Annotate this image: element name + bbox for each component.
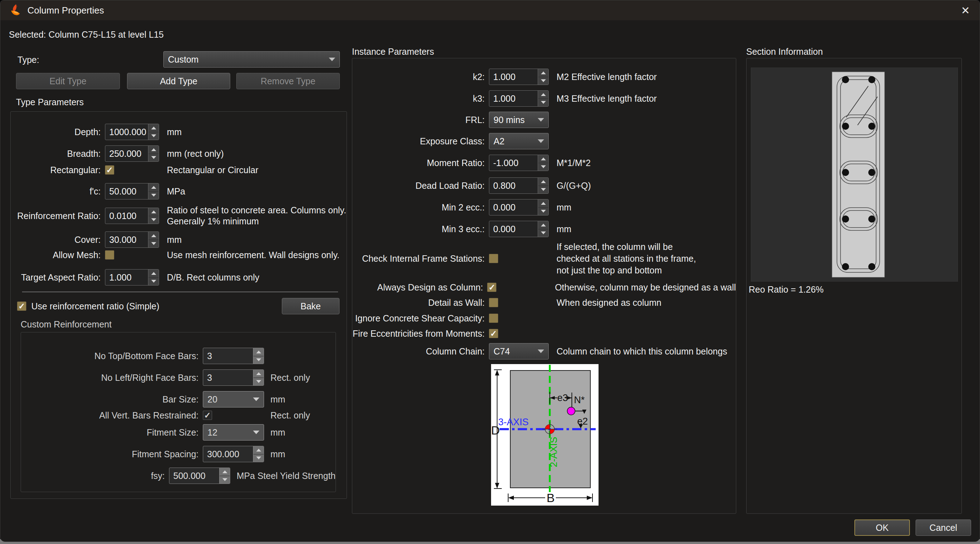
- close-icon[interactable]: ✕: [956, 3, 975, 18]
- spin-up-icon[interactable]: [253, 348, 264, 356]
- allow-mesh-checkbox[interactable]: [105, 250, 114, 260]
- spin-down-icon[interactable]: [538, 77, 548, 85]
- param-row-fire-ecc: Fire Eccentricities from Moments:: [352, 329, 736, 338]
- spin-down-icon[interactable]: [148, 192, 159, 200]
- fitment-size-dropdown[interactable]: 12: [203, 424, 264, 441]
- reinforcement-ratio-spinner[interactable]: [148, 208, 159, 224]
- min-3-ecc-spinner[interactable]: [538, 221, 548, 237]
- spin-down-icon[interactable]: [538, 99, 548, 107]
- spin-up-icon[interactable]: [148, 208, 159, 216]
- spin-down-icon[interactable]: [148, 240, 159, 248]
- fc-input[interactable]: 50.000: [105, 183, 159, 200]
- reinforcement-ratio-input[interactable]: 0.0100: [105, 208, 159, 224]
- spin-up-icon[interactable]: [253, 446, 264, 454]
- fsy-spinner[interactable]: [219, 468, 230, 484]
- spin-up-icon[interactable]: [253, 370, 264, 378]
- fc-spinner[interactable]: [148, 184, 159, 199]
- titlebar[interactable]: Column Properties ✕: [0, 0, 980, 20]
- dead-load-ratio-input[interactable]: 0.800: [489, 178, 549, 194]
- breadth-dim-label: B: [547, 491, 555, 504]
- spin-down-icon[interactable]: [148, 154, 159, 162]
- target-aspect-spinner[interactable]: [148, 270, 159, 285]
- cover-input[interactable]: 30.000: [105, 232, 159, 248]
- target-aspect-input[interactable]: 1.000: [105, 269, 159, 285]
- depth-spinner[interactable]: [148, 124, 159, 140]
- check-internal-checkbox[interactable]: [489, 254, 498, 263]
- bake-button[interactable]: Bake: [282, 298, 339, 314]
- fsy-value: 500.000: [169, 468, 219, 484]
- spin-up-icon[interactable]: [148, 232, 159, 240]
- fitment-spacing-spinner[interactable]: [253, 446, 264, 462]
- column-chain-dropdown[interactable]: C74: [489, 343, 549, 360]
- spin-down-icon[interactable]: [253, 378, 264, 386]
- spin-up-icon[interactable]: [538, 69, 548, 77]
- fire-ecc-checkbox[interactable]: [489, 329, 498, 338]
- spin-up-icon[interactable]: [148, 184, 159, 192]
- spin-up-icon[interactable]: [148, 124, 159, 132]
- spin-down-icon[interactable]: [253, 454, 264, 462]
- section-preview: [751, 68, 958, 282]
- spin-down-icon[interactable]: [253, 356, 264, 364]
- left-right-bars-input[interactable]: 3: [203, 370, 264, 386]
- fitment-spacing-input[interactable]: 300.000: [203, 446, 264, 462]
- left-right-bars-spinner[interactable]: [253, 370, 264, 385]
- spin-down-icon[interactable]: [148, 278, 159, 285]
- k2-input[interactable]: 1.000: [489, 69, 549, 85]
- column-properties-dialog: Column Properties ✕ Selected: Column C75…: [0, 0, 980, 542]
- spin-down-icon[interactable]: [538, 229, 548, 237]
- spin-down-icon[interactable]: [148, 216, 159, 224]
- k3-input[interactable]: 1.000: [489, 90, 549, 107]
- k2-spinner[interactable]: [538, 69, 548, 85]
- ignore-shear-checkbox[interactable]: [489, 314, 498, 323]
- spin-up-icon[interactable]: [538, 178, 548, 186]
- spin-up-icon[interactable]: [538, 90, 548, 99]
- cover-spinner[interactable]: [148, 232, 159, 247]
- min-3-ecc-input[interactable]: 0.000: [489, 221, 549, 237]
- spin-up-icon[interactable]: [220, 468, 230, 476]
- reinforcement-ratio-label: Reinforcement Ratio:: [11, 211, 105, 221]
- spin-up-icon[interactable]: [538, 200, 548, 208]
- min-3-ecc-label: Min 3 ecc.:: [352, 224, 489, 234]
- always-design-desc: Otherwise, column may be designed as a w…: [555, 282, 736, 293]
- param-row-allow-mesh: Allow Mesh: Use mesh reinforcement. Wall…: [11, 250, 347, 260]
- fitment-spacing-label: Fitment Spacing:: [21, 449, 203, 459]
- type-dropdown[interactable]: Custom: [163, 51, 340, 68]
- breadth-spinner[interactable]: [148, 146, 159, 162]
- use-reinforcement-ratio-checkbox[interactable]: [17, 301, 26, 311]
- top-bottom-bars-input[interactable]: 3: [203, 348, 264, 364]
- frl-dropdown[interactable]: 90 mins: [489, 112, 549, 128]
- k3-spinner[interactable]: [538, 90, 548, 106]
- dead-load-ratio-spinner[interactable]: [538, 178, 548, 193]
- min-2-ecc-spinner[interactable]: [538, 200, 548, 215]
- remove-type-button[interactable]: Remove Type: [236, 73, 340, 89]
- k3-desc: M3 Effective length factor: [557, 94, 657, 104]
- detail-as-wall-checkbox[interactable]: [489, 298, 498, 307]
- moment-ratio-spinner[interactable]: [538, 155, 548, 171]
- reinforcement-ratio-desc-line2: Generally 1% minimum: [167, 216, 346, 227]
- cancel-button[interactable]: Cancel: [916, 519, 971, 536]
- exposure-class-dropdown[interactable]: A2: [489, 133, 549, 149]
- spin-down-icon[interactable]: [538, 208, 548, 216]
- fsy-input[interactable]: 500.000: [169, 468, 230, 484]
- min-2-ecc-input[interactable]: 0.000: [489, 199, 549, 216]
- spin-up-icon[interactable]: [148, 146, 159, 154]
- top-bottom-bars-spinner[interactable]: [253, 348, 264, 364]
- ok-button[interactable]: OK: [854, 519, 910, 536]
- spin-up-icon[interactable]: [538, 155, 548, 163]
- edit-type-button[interactable]: Edit Type: [16, 73, 120, 89]
- add-type-button[interactable]: Add Type: [127, 73, 230, 89]
- spin-down-icon[interactable]: [538, 186, 548, 194]
- breadth-input[interactable]: 250.000: [105, 146, 159, 162]
- depth-input[interactable]: 1000.000: [105, 124, 159, 140]
- bar-size-dropdown[interactable]: 20: [203, 391, 264, 408]
- column-chain-value: C74: [493, 346, 538, 357]
- spin-up-icon[interactable]: [538, 221, 548, 229]
- spin-down-icon[interactable]: [220, 476, 230, 484]
- spin-down-icon[interactable]: [148, 132, 159, 140]
- always-design-checkbox[interactable]: [487, 283, 496, 292]
- bars-restrained-checkbox[interactable]: [203, 411, 212, 420]
- spin-down-icon[interactable]: [538, 163, 548, 171]
- spin-up-icon[interactable]: [148, 270, 159, 278]
- rectangular-checkbox[interactable]: [105, 165, 114, 174]
- moment-ratio-input[interactable]: -1.000: [489, 155, 549, 171]
